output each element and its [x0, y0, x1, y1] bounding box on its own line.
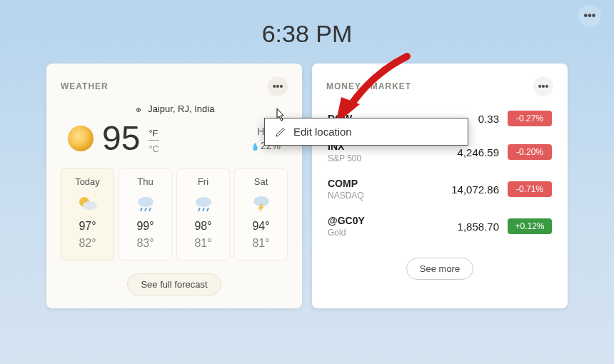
- edit-location-menu-item[interactable]: Edit location: [265, 118, 468, 145]
- svg-line-5: [141, 208, 142, 211]
- forecast-day: Thu: [122, 176, 168, 187]
- stock-name: Gold: [328, 228, 399, 238]
- svg-line-9: [198, 208, 200, 211]
- weather-more-menu: Edit location: [264, 118, 468, 146]
- svg-line-6: [145, 208, 146, 211]
- unit-switch[interactable]: °F °C: [149, 128, 159, 154]
- svg-point-3: [83, 201, 97, 210]
- stock-change-badge: +0.12%: [508, 218, 552, 234]
- stock-id: @GC0YGold: [328, 215, 399, 238]
- forecast-day: Today: [64, 176, 111, 187]
- forecast-cell[interactable]: Today97°82°: [61, 168, 114, 261]
- stock-change-badge: -0.27%: [508, 111, 552, 126]
- pencil-icon: [275, 126, 286, 138]
- forecast-high: 94°: [238, 220, 284, 233]
- clock: 6:38 PM: [0, 20, 614, 48]
- svg-point-8: [196, 197, 211, 207]
- forecast-high: 97°: [64, 220, 111, 233]
- stock-price: 1,858.70: [399, 221, 499, 233]
- stock-symbol: @GC0Y: [328, 215, 399, 226]
- forecast-low: 81°: [238, 237, 284, 250]
- money-card-header: MONEY | MARKET •••: [326, 76, 553, 96]
- forecast-weather-icon: [180, 194, 226, 213]
- money-more-button[interactable]: •••: [533, 76, 553, 96]
- stock-price: 14,072.86: [399, 183, 499, 196]
- money-card: MONEY | MARKET ••• DOW0.33-0.27%INXS&P 5…: [312, 64, 568, 308]
- forecast-day: Fri: [180, 176, 226, 187]
- weather-left: 95 °F °C: [68, 121, 159, 156]
- weather-location-row[interactable]: Jaipur, RJ, India: [61, 103, 288, 114]
- forecast-day: Sat: [238, 176, 284, 187]
- svg-point-1: [138, 109, 139, 111]
- svg-line-11: [207, 208, 208, 211]
- forecast-low: 83°: [122, 237, 168, 250]
- weather-title: WEATHER: [61, 81, 109, 91]
- cards-container: WEATHER ••• Jaipur, RJ, India 95 °F °C H…: [0, 64, 614, 308]
- stock-row[interactable]: @GC0YGold1,858.70+0.12%: [326, 208, 553, 245]
- forecast-weather-icon: [64, 194, 111, 213]
- see-full-forecast-button[interactable]: See full forecast: [127, 273, 221, 295]
- svg-line-7: [149, 208, 151, 211]
- edit-location-label: Edit location: [293, 126, 352, 138]
- current-temp: 95: [102, 121, 140, 156]
- svg-line-10: [203, 208, 204, 211]
- money-title: MONEY | MARKET: [326, 81, 411, 91]
- stock-name: NASDAQ: [328, 191, 399, 201]
- stock-price: 4,246.59: [399, 146, 499, 158]
- stock-row[interactable]: COMPNASDAQ14,072.86-0.71%: [326, 171, 553, 208]
- forecast-weather-icon: [238, 194, 284, 213]
- stock-id: COMPNASDAQ: [328, 178, 399, 201]
- forecast-high: 98°: [180, 220, 226, 233]
- weather-summary: 95 °F °C Haze 22%: [61, 121, 288, 156]
- stock-name: S&P 500: [328, 153, 399, 163]
- forecast-low: 82°: [64, 237, 111, 250]
- sun-icon: [68, 126, 94, 151]
- unit-c[interactable]: °C: [149, 143, 159, 154]
- weather-card-header: WEATHER •••: [61, 76, 288, 96]
- forecast-cell[interactable]: Thu99°83°: [119, 168, 172, 261]
- forecast-low: 81°: [180, 237, 226, 250]
- stock-symbol: COMP: [328, 178, 399, 189]
- forecast-cell[interactable]: Sat94°81°: [234, 168, 288, 261]
- weather-card: WEATHER ••• Jaipur, RJ, India 95 °F °C H…: [46, 64, 302, 308]
- stock-change-badge: -0.71%: [508, 181, 552, 197]
- forecast-row: Today97°82°Thu99°83°Fri98°81°Sat94°81°: [61, 168, 288, 261]
- stock-change-badge: -0.20%: [508, 144, 552, 160]
- location-icon: [134, 106, 143, 114]
- forecast-high: 99°: [122, 220, 168, 233]
- weather-more-button[interactable]: •••: [268, 76, 288, 96]
- forecast-weather-icon: [122, 194, 168, 213]
- unit-f[interactable]: °F: [149, 128, 159, 141]
- see-more-button[interactable]: See more: [406, 258, 473, 280]
- page-more-button[interactable]: •••: [578, 4, 601, 27]
- forecast-cell[interactable]: Fri98°81°: [176, 168, 230, 261]
- weather-location-text: Jaipur, RJ, India: [148, 103, 214, 114]
- svg-point-4: [138, 197, 154, 207]
